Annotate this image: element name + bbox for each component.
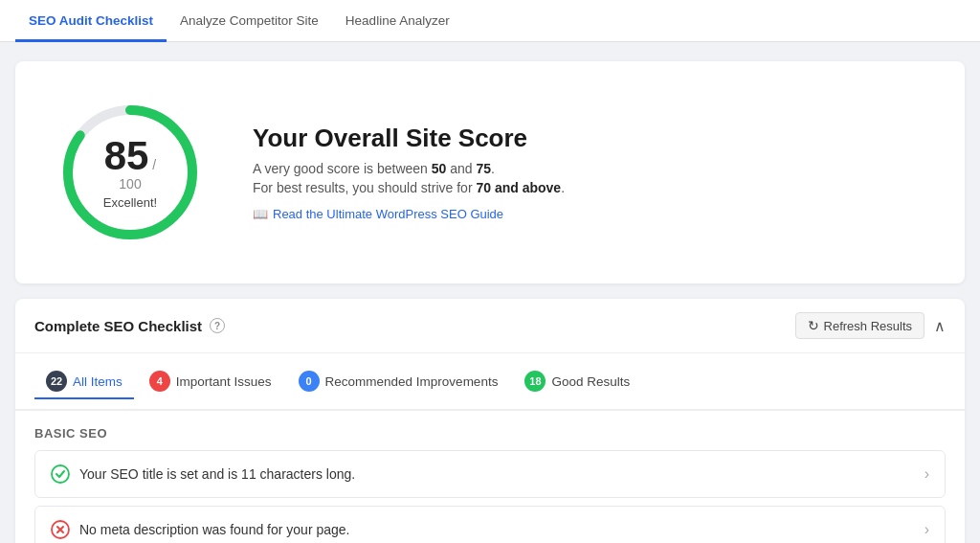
score-link-text: Read the Ultimate WordPress SEO Guide bbox=[273, 207, 503, 221]
checklist-item-seo-title[interactable]: Your SEO title is set and is 11 characte… bbox=[34, 450, 946, 498]
checklist-content: Basic SEO Your SEO title is set and is 1… bbox=[15, 411, 965, 543]
page-wrapper: SEO Audit Checklist Analyze Competitor S… bbox=[0, 0, 980, 543]
filter-label-recommended: Recommended Improvements bbox=[325, 374, 499, 389]
svg-point-2 bbox=[52, 465, 69, 483]
badge-all: 22 bbox=[46, 371, 67, 392]
filter-label-good: Good Results bbox=[551, 374, 630, 389]
gauge-score: 85 bbox=[104, 133, 149, 178]
tab-headline[interactable]: Headline Analyzer bbox=[332, 2, 463, 42]
check-error-icon bbox=[51, 520, 70, 539]
score-title: Your Overall Site Score bbox=[253, 124, 565, 153]
chevron-seo-title: › bbox=[924, 465, 929, 483]
filter-tab-important[interactable]: 4 Important Issues bbox=[138, 365, 283, 397]
score-link[interactable]: 📖 Read the Ultimate WordPress SEO Guide bbox=[253, 207, 503, 221]
refresh-icon: ↻ bbox=[808, 318, 819, 333]
gauge-wrapper: 85 / 100 Excellent! bbox=[54, 96, 207, 249]
refresh-label: Refresh Results bbox=[824, 319, 912, 333]
filter-tab-recommended[interactable]: 0 Recommended Improvements bbox=[287, 365, 510, 397]
tab-seo-audit[interactable]: SEO Audit Checklist bbox=[15, 2, 167, 42]
collapse-button[interactable]: ∧ bbox=[934, 317, 946, 335]
score-desc1: A very good score is between 50 and 75. bbox=[253, 161, 565, 176]
filter-label-important: Important Issues bbox=[176, 374, 272, 389]
tabs-bar: SEO Audit Checklist Analyze Competitor S… bbox=[0, 0, 980, 42]
book-icon: 📖 bbox=[253, 207, 268, 221]
item-left-meta-desc: No meta description was found for your p… bbox=[51, 520, 350, 539]
score-desc2: For best results, you should strive for … bbox=[253, 180, 565, 195]
filter-tab-all[interactable]: 22 All Items bbox=[34, 365, 134, 399]
checklist-header: Complete SEO Checklist ? ↻ Refresh Resul… bbox=[15, 299, 965, 353]
badge-good: 18 bbox=[524, 371, 546, 392]
checklist-item-meta-desc[interactable]: No meta description was found for your p… bbox=[34, 506, 946, 543]
item-left-seo-title: Your SEO title is set and is 11 characte… bbox=[51, 464, 355, 484]
tab-competitor[interactable]: Analyze Competitor Site bbox=[167, 2, 332, 42]
gauge-center: 85 / 100 Excellent! bbox=[92, 136, 168, 210]
collapse-icon: ∧ bbox=[934, 318, 946, 334]
filter-label-all: All Items bbox=[73, 374, 122, 389]
check-good-icon bbox=[51, 464, 70, 484]
score-info: Your Overall Site Score A very good scor… bbox=[253, 124, 565, 221]
checklist-title: Complete SEO Checklist ? bbox=[34, 318, 225, 334]
help-icon[interactable]: ? bbox=[210, 318, 225, 333]
item-text-meta-desc: No meta description was found for your p… bbox=[79, 522, 350, 537]
refresh-button[interactable]: ↻ Refresh Results bbox=[795, 312, 924, 339]
checklist-title-text: Complete SEO Checklist bbox=[34, 318, 202, 334]
chevron-meta-desc: › bbox=[924, 521, 929, 538]
gauge-label: Excellent! bbox=[92, 195, 168, 210]
filter-tab-good[interactable]: 18 Good Results bbox=[513, 365, 641, 397]
checklist-panel: Complete SEO Checklist ? ↻ Refresh Resul… bbox=[15, 299, 965, 543]
score-card: 85 / 100 Excellent! Your Overall Site Sc… bbox=[15, 61, 965, 283]
badge-recommended: 0 bbox=[299, 371, 320, 392]
section-basic-seo: Basic SEO bbox=[34, 426, 946, 441]
header-right: ↻ Refresh Results ∧ bbox=[795, 312, 946, 339]
filter-tabs: 22 All Items 4 Important Issues 0 Recomm… bbox=[15, 353, 965, 411]
badge-important: 4 bbox=[149, 371, 170, 392]
item-text-seo-title: Your SEO title is set and is 11 characte… bbox=[79, 466, 355, 482]
